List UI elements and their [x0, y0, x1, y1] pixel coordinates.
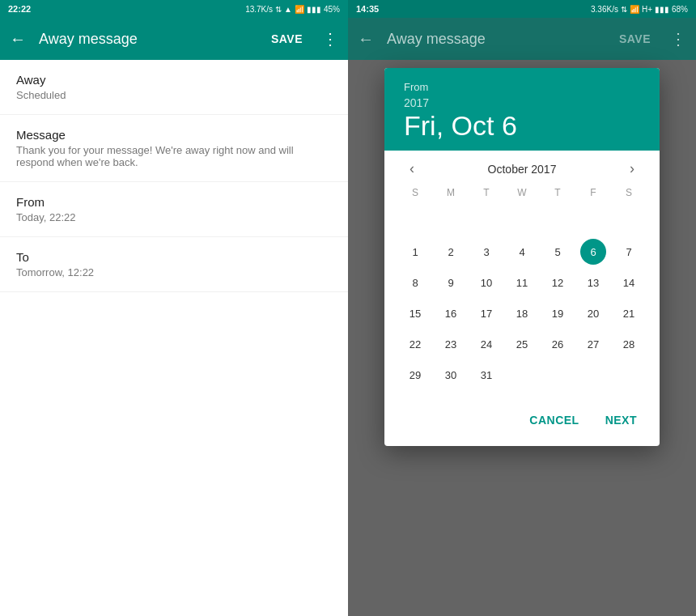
day-cell-5-0[interactable]: 29 — [402, 362, 428, 388]
right-status-icons: 3.36K/s ⇅ 📶 H+ ▮▮▮ 68% — [591, 5, 688, 14]
calendar-nav: ‹ October 2017 › — [384, 151, 660, 181]
day-cell-2-0[interactable]: 8 — [402, 270, 428, 295]
day-header-t1: T — [469, 184, 504, 205]
to-item[interactable]: To Tomorrow, 12:22 — [0, 237, 348, 292]
day-header-t2: T — [540, 184, 575, 205]
calendar-grid: S M T W T F S 12345678910111213141516171… — [384, 181, 660, 401]
day-cell-2-6[interactable]: 14 — [616, 270, 642, 295]
right-time: 14:35 — [356, 4, 379, 14]
day-header-s1: S — [397, 184, 433, 205]
prev-month-button[interactable]: ‹ — [401, 160, 423, 177]
day-cell-4-5[interactable]: 27 — [580, 331, 606, 357]
left-time: 22:22 — [8, 4, 31, 14]
week-row-2: 891011121314 — [397, 268, 647, 297]
day-cell-1-4[interactable]: 5 — [545, 239, 571, 265]
day-cell-1-6[interactable]: 7 — [616, 239, 642, 265]
dialog-date-large: Fri, Oct 6 — [404, 111, 640, 141]
save-button-right: SAVE — [619, 32, 651, 45]
day-cell-0-0 — [402, 208, 428, 234]
day-cell-0-5 — [580, 208, 606, 234]
dialog-header: From 2017 Fri, Oct 6 — [384, 68, 660, 151]
dialog-year: 2017 — [404, 96, 640, 109]
more-icon-right: ⋮ — [670, 29, 686, 49]
day-cell-4-3[interactable]: 25 — [509, 331, 535, 357]
day-cell-3-1[interactable]: 16 — [438, 300, 464, 326]
day-cell-0-1 — [438, 208, 464, 234]
week-row-4: 22232425262728 — [397, 329, 647, 359]
from-label: From — [16, 195, 332, 209]
day-cell-4-1[interactable]: 23 — [438, 331, 464, 357]
calendar-weeks: 1234567891011121314151617181920212223242… — [397, 206, 647, 389]
day-cell-4-6[interactable]: 28 — [616, 331, 642, 357]
day-cell-5-3 — [509, 362, 535, 388]
day-cell-0-6 — [616, 208, 642, 234]
right-page-title: Away message — [387, 31, 606, 48]
day-cell-0-2 — [473, 208, 499, 234]
save-button-left[interactable]: SAVE — [271, 32, 303, 45]
day-cell-1-3[interactable]: 4 — [509, 239, 535, 265]
dialog-from-label: From — [404, 81, 640, 93]
day-cell-4-0[interactable]: 22 — [402, 331, 428, 357]
day-cell-4-2[interactable]: 24 — [473, 331, 499, 357]
left-panel: 22:22 13.7K/s ⇅ ▲ 📶 ▮▮▮ 45% ← Away messa… — [0, 0, 348, 616]
day-cell-3-6[interactable]: 21 — [616, 300, 642, 326]
away-item[interactable]: Away Scheduled — [0, 60, 348, 115]
dialog-actions: CANCEL NEXT — [384, 401, 660, 446]
day-headers-row: S M T W T F S — [397, 184, 647, 205]
week-row-0 — [397, 206, 647, 236]
to-label: To — [16, 250, 332, 264]
day-header-f: F — [575, 184, 611, 205]
date-picker-dialog: From 2017 Fri, Oct 6 ‹ October 2017 › S … — [384, 68, 660, 446]
day-cell-1-1[interactable]: 2 — [438, 239, 464, 265]
day-cell-3-0[interactable]: 15 — [402, 300, 428, 326]
day-cell-4-4[interactable]: 26 — [545, 331, 571, 357]
day-cell-2-4[interactable]: 12 — [545, 270, 571, 295]
day-cell-3-4[interactable]: 19 — [545, 300, 571, 326]
dialog-backdrop: From 2017 Fri, Oct 6 ‹ October 2017 › S … — [348, 60, 696, 616]
toolbar-left: ← Away message SAVE ⋮ — [0, 18, 348, 60]
back-icon-left[interactable]: ← — [10, 30, 26, 49]
day-cell-5-5 — [580, 362, 606, 388]
right-panel: 14:35 3.36K/s ⇅ 📶 H+ ▮▮▮ 68% ← Away mess… — [348, 0, 696, 616]
from-item[interactable]: From Today, 22:22 — [0, 182, 348, 237]
day-cell-2-1[interactable]: 9 — [438, 270, 464, 295]
day-cell-5-2[interactable]: 31 — [473, 362, 499, 388]
day-cell-1-5[interactable]: 6 — [580, 239, 606, 265]
day-cell-0-4 — [545, 208, 571, 234]
from-value: Today, 22:22 — [16, 211, 332, 223]
message-label: Message — [16, 128, 332, 142]
week-row-3: 15161718192021 — [397, 299, 647, 328]
day-header-w: W — [504, 184, 540, 205]
settings-list: Away Scheduled Message Thank you for you… — [0, 60, 348, 616]
week-row-1: 1234567 — [397, 237, 647, 266]
toolbar-right: ← Away message SAVE ⋮ — [348, 18, 696, 60]
cancel-button[interactable]: CANCEL — [520, 407, 588, 433]
day-cell-5-1[interactable]: 30 — [438, 362, 464, 388]
day-cell-3-2[interactable]: 17 — [473, 300, 499, 326]
status-bar-left: 22:22 13.7K/s ⇅ ▲ 📶 ▮▮▮ 45% — [0, 0, 348, 18]
to-value: Tomorrow, 12:22 — [16, 266, 332, 278]
day-header-s2: S — [611, 184, 647, 205]
day-cell-2-5[interactable]: 13 — [580, 270, 606, 295]
left-page-title: Away message — [39, 31, 258, 48]
away-value: Scheduled — [16, 89, 332, 101]
next-month-button[interactable]: › — [621, 160, 643, 177]
day-cell-3-5[interactable]: 20 — [580, 300, 606, 326]
back-icon-right: ← — [358, 30, 374, 49]
day-cell-5-6 — [616, 362, 642, 388]
away-label: Away — [16, 73, 332, 87]
day-cell-3-3[interactable]: 18 — [509, 300, 535, 326]
message-item[interactable]: Message Thank you for your message! We'r… — [0, 115, 348, 182]
day-cell-2-2[interactable]: 10 — [473, 270, 499, 295]
day-cell-0-3 — [509, 208, 535, 234]
day-cell-1-2[interactable]: 3 — [473, 239, 499, 265]
day-cell-1-0[interactable]: 1 — [402, 239, 428, 265]
more-icon-left[interactable]: ⋮ — [322, 29, 338, 49]
day-cell-2-3[interactable]: 11 — [509, 270, 535, 295]
day-cell-5-4 — [545, 362, 571, 388]
next-button[interactable]: NEXT — [596, 407, 647, 433]
day-header-m: M — [433, 184, 469, 205]
status-bar-right: 14:35 3.36K/s ⇅ 📶 H+ ▮▮▮ 68% — [348, 0, 696, 18]
message-value: Thank you for your message! We're away r… — [16, 144, 332, 168]
left-status-icons: 13.7K/s ⇅ ▲ 📶 ▮▮▮ 45% — [245, 5, 340, 14]
